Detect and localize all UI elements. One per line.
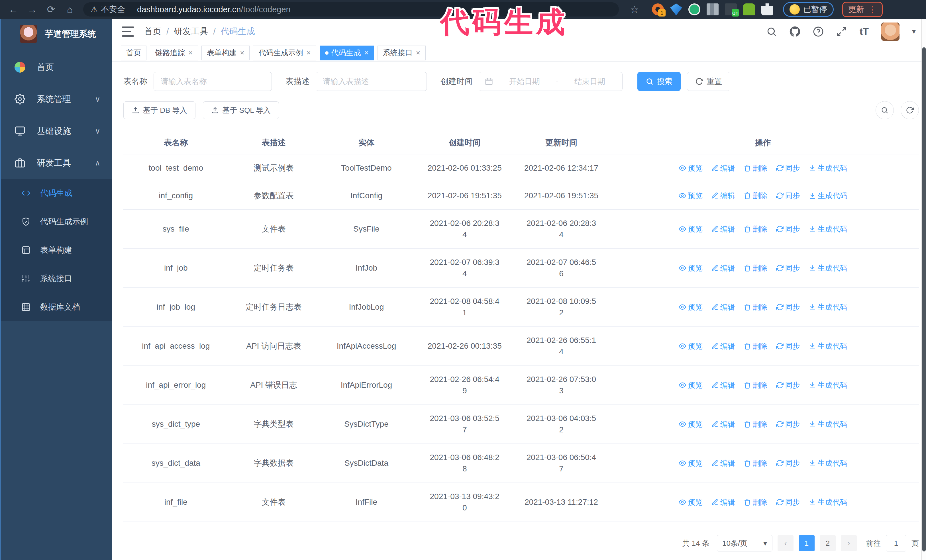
sidebar-item-home[interactable]: 首页 <box>1 51 112 83</box>
font-size-icon[interactable]: tT <box>859 26 869 37</box>
edit-link[interactable]: 编辑 <box>711 418 735 430</box>
generate-code-link[interactable]: 生成代码 <box>809 223 847 235</box>
breadcrumb-home[interactable]: 首页 <box>144 26 161 37</box>
reset-button[interactable]: 重置 <box>687 72 730 91</box>
sidebar-item-system-api[interactable]: 系统接口 <box>1 264 112 293</box>
tab-codegen-example[interactable]: 代码生成示例× <box>253 45 316 60</box>
extension-icon-on-toggle[interactable]: on <box>725 3 737 15</box>
tab-system-api[interactable]: 系统接口× <box>378 45 426 60</box>
tab-form-builder[interactable]: 表单构建× <box>201 45 250 60</box>
sidebar-item-infrastructure[interactable]: 基础设施 ∨ <box>1 115 112 147</box>
preview-link[interactable]: 预览 <box>679 497 703 508</box>
delete-link[interactable]: 删除 <box>744 190 767 201</box>
browser-menu-kebab-icon[interactable]: ⋮ <box>868 5 877 15</box>
edit-link[interactable]: 编辑 <box>711 262 735 274</box>
generate-code-link[interactable]: 生成代码 <box>809 340 847 352</box>
sync-link[interactable]: 同步 <box>776 379 800 391</box>
page-scrollbar[interactable] <box>921 19 926 560</box>
edit-link[interactable]: 编辑 <box>711 162 735 174</box>
edit-link[interactable]: 编辑 <box>711 497 735 508</box>
generate-code-link[interactable]: 生成代码 <box>809 190 847 201</box>
tab-tracing[interactable]: 链路追踪× <box>150 45 198 60</box>
extension-icon-green-bug[interactable] <box>743 3 755 15</box>
sidebar-item-system-management[interactable]: 系统管理 ∨ <box>1 83 112 115</box>
browser-home-icon[interactable]: ⌂ <box>62 4 78 15</box>
generate-code-link[interactable]: 生成代码 <box>809 262 847 274</box>
delete-link[interactable]: 删除 <box>744 223 767 235</box>
page-button-2[interactable]: 2 <box>820 535 836 551</box>
sidebar-item-codegen-example[interactable]: 代码生成示例 <box>1 207 112 236</box>
edit-link[interactable]: 编辑 <box>711 379 735 391</box>
refresh-table-button[interactable] <box>901 101 919 119</box>
delete-link[interactable]: 删除 <box>744 340 767 352</box>
delete-link[interactable]: 删除 <box>744 262 767 274</box>
extension-icon-orange[interactable]: 1 <box>652 3 664 15</box>
prev-page-button[interactable]: ‹ <box>778 535 793 551</box>
sidebar-item-codegen[interactable]: 代码生成 <box>1 179 112 207</box>
edit-link[interactable]: 编辑 <box>711 223 735 235</box>
sync-link[interactable]: 同步 <box>776 301 800 313</box>
generate-code-link[interactable]: 生成代码 <box>809 162 847 174</box>
bookmark-star-icon[interactable]: ☆ <box>626 4 643 15</box>
extension-icon-columns[interactable] <box>707 3 719 15</box>
close-icon[interactable]: × <box>240 48 244 57</box>
sidebar-item-dev-tools[interactable]: 研发工具 ∧ <box>1 147 112 179</box>
user-avatar[interactable] <box>881 23 899 41</box>
preview-link[interactable]: 预览 <box>679 418 703 430</box>
page-button-1[interactable]: 1 <box>799 535 815 551</box>
edit-link[interactable]: 编辑 <box>711 301 735 313</box>
browser-update-button[interactable]: 更新 ⋮ <box>842 2 883 17</box>
breadcrumb-devtools[interactable]: 研发工具 <box>174 26 208 37</box>
browser-back-icon[interactable]: ← <box>5 4 22 15</box>
sync-link[interactable]: 同步 <box>776 418 800 430</box>
delete-link[interactable]: 删除 <box>744 301 767 313</box>
generate-code-link[interactable]: 生成代码 <box>809 497 847 508</box>
generate-code-link[interactable]: 生成代码 <box>809 418 847 430</box>
extensions-puzzle-icon[interactable] <box>761 3 773 15</box>
profile-paused-badge[interactable]: 已暂停 <box>783 2 834 17</box>
sidebar-item-db-docs[interactable]: 数据库文档 <box>1 293 112 321</box>
close-icon[interactable]: × <box>416 48 420 57</box>
extension-icon-green-v[interactable] <box>688 3 701 15</box>
import-sql-button[interactable]: 基于 SQL 导入 <box>203 101 279 119</box>
edit-link[interactable]: 编辑 <box>711 340 735 352</box>
preview-link[interactable]: 预览 <box>679 340 703 352</box>
table-desc-input[interactable] <box>316 72 427 91</box>
search-button[interactable]: 搜索 <box>637 72 681 91</box>
avatar-caret-down-icon[interactable]: ▾ <box>912 27 916 36</box>
tab-home[interactable]: 首页 <box>121 45 147 60</box>
sync-link[interactable]: 同步 <box>776 162 800 174</box>
delete-link[interactable]: 删除 <box>744 162 767 174</box>
sync-link[interactable]: 同步 <box>776 223 800 235</box>
edit-link[interactable]: 编辑 <box>711 457 735 469</box>
browser-reload-icon[interactable]: ⟳ <box>43 4 59 15</box>
sync-link[interactable]: 同步 <box>776 190 800 201</box>
generate-code-link[interactable]: 生成代码 <box>809 379 847 391</box>
preview-link[interactable]: 预览 <box>679 190 703 201</box>
import-db-button[interactable]: 基于 DB 导入 <box>123 101 195 119</box>
toggle-search-button[interactable] <box>876 101 894 119</box>
sidebar-item-form-builder[interactable]: 表单构建 <box>1 236 112 264</box>
generate-code-link[interactable]: 生成代码 <box>809 301 847 313</box>
help-icon[interactable] <box>813 26 824 37</box>
page-size-select[interactable]: 10条/页 ▾ <box>717 535 772 551</box>
sync-link[interactable]: 同步 <box>776 262 800 274</box>
sync-link[interactable]: 同步 <box>776 457 800 469</box>
github-icon[interactable] <box>790 26 800 37</box>
date-range-picker[interactable]: 开始日期 - 结束日期 <box>479 72 623 91</box>
sync-link[interactable]: 同步 <box>776 340 800 352</box>
generate-code-link[interactable]: 生成代码 <box>809 457 847 469</box>
goto-page-input[interactable] <box>886 535 906 551</box>
delete-link[interactable]: 删除 <box>744 379 767 391</box>
close-icon[interactable]: × <box>306 48 310 57</box>
search-icon[interactable] <box>766 26 777 37</box>
insecure-label[interactable]: 不安全 <box>101 4 125 15</box>
preview-link[interactable]: 预览 <box>679 223 703 235</box>
fullscreen-icon[interactable] <box>836 26 847 37</box>
close-icon[interactable]: × <box>188 48 193 57</box>
sidebar-logo-row[interactable]: 芋道管理系统 <box>1 19 112 49</box>
preview-link[interactable]: 预览 <box>679 301 703 313</box>
table-name-input[interactable] <box>154 72 272 91</box>
extension-icon-gem[interactable] <box>670 3 682 15</box>
delete-link[interactable]: 删除 <box>744 497 767 508</box>
